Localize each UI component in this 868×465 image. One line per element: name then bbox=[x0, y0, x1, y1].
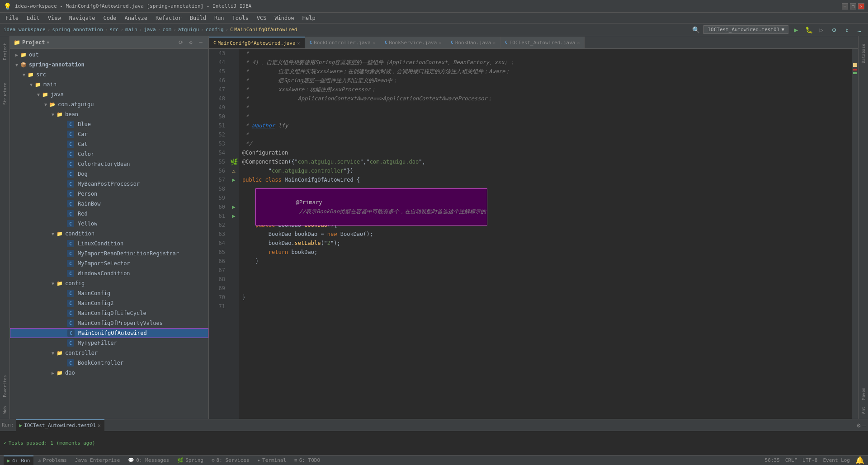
tree-item-person[interactable]: C Person bbox=[10, 189, 208, 199]
breadcrumb-workspace[interactable]: idea-workspace bbox=[4, 27, 46, 33]
coverage-btn[interactable]: ▷ bbox=[816, 25, 826, 35]
settings-btn[interactable]: ⚙ bbox=[829, 25, 839, 35]
bottom-tab-java-enterprise[interactable]: Java Enterprise bbox=[71, 456, 123, 465]
code-content[interactable]: * * 4）、自定义组件想要使用Spring容器底层的一些组件（Applicat… bbox=[239, 49, 852, 419]
tab-ioctest-autowired[interactable]: C IOCTest_Autowired.java ✕ bbox=[500, 37, 585, 48]
menu-window[interactable]: Window bbox=[271, 13, 297, 23]
tree-item-dao[interactable]: ▶ 📁 dao bbox=[10, 368, 208, 378]
bottom-tab-problems[interactable]: ⚠ Problems bbox=[34, 456, 71, 465]
bottom-tab-run[interactable]: ▶ 4: Run bbox=[4, 456, 33, 465]
structure-panel-toggle[interactable]: Structure bbox=[0, 80, 9, 108]
gutter-run-icon[interactable]: ▶ bbox=[232, 175, 235, 184]
event-log-btn[interactable]: Event Log bbox=[823, 457, 850, 463]
tree-item-spring-annotation[interactable]: ▼ 📦 spring-annotation bbox=[10, 60, 208, 70]
tree-item-car[interactable]: C Car bbox=[10, 129, 208, 139]
tree-item-myimportbeandefinition[interactable]: C MyImportBeanDefinitionRegistrar bbox=[10, 249, 208, 258]
tab-close-bookservice[interactable]: ✕ bbox=[439, 40, 441, 45]
maven-panel-toggle[interactable]: Maven bbox=[859, 385, 868, 403]
menu-vcs[interactable]: VCS bbox=[253, 13, 270, 23]
tree-item-mytypefilter[interactable]: C MyTypeFilter bbox=[10, 338, 208, 348]
bottom-tab-terminal[interactable]: ▸ Terminal bbox=[254, 456, 290, 465]
tree-item-mainconfig2[interactable]: C MainConfig2 bbox=[10, 298, 208, 308]
search-everywhere-btn[interactable]: 🔍 bbox=[691, 25, 701, 35]
more-btn[interactable]: … bbox=[854, 25, 864, 35]
breadcrumb-main[interactable]: main bbox=[125, 27, 137, 33]
maximize-btn[interactable]: □ bbox=[850, 3, 856, 9]
tree-item-rainbow[interactable]: C RainBow bbox=[10, 199, 208, 209]
tab-mainconifgofautowired[interactable]: C MainConifgOfAutowired.java ✕ bbox=[209, 37, 305, 48]
tree-item-blue[interactable]: C Blue bbox=[10, 119, 208, 129]
menu-tools[interactable]: Tools bbox=[229, 13, 252, 23]
tree-item-dog[interactable]: C Dog bbox=[10, 169, 208, 179]
tree-item-color[interactable]: C Color bbox=[10, 149, 208, 159]
run-btn[interactable]: ▶ bbox=[791, 25, 801, 35]
breadcrumb-com[interactable]: com bbox=[162, 27, 171, 33]
menu-file[interactable]: File bbox=[2, 13, 22, 23]
tree-item-src[interactable]: ▼ 📁 src bbox=[10, 70, 208, 80]
git-btn[interactable]: ↕ bbox=[842, 25, 852, 35]
tree-item-config[interactable]: ▼ 📁 config bbox=[10, 278, 208, 288]
ant-panel-toggle[interactable]: Ant bbox=[859, 404, 868, 417]
tab-close-mainconfig[interactable]: ✕ bbox=[297, 41, 300, 46]
breadcrumb-current-file[interactable]: MainConifgOfAutowired bbox=[234, 27, 297, 33]
web-panel-toggle[interactable]: Web bbox=[0, 401, 9, 419]
tab-bookdao[interactable]: C BookDao.java ✕ bbox=[446, 37, 500, 48]
tree-item-mainconfig[interactable]: C MainConfig bbox=[10, 288, 208, 298]
gutter-run-icon3[interactable]: ▶ bbox=[232, 211, 235, 221]
database-panel-toggle[interactable]: Database bbox=[859, 40, 868, 67]
tree-item-condition[interactable]: ▼ 📁 condition bbox=[10, 229, 208, 239]
gutter-bean-icon[interactable]: 🌿 bbox=[230, 157, 238, 166]
breadcrumb-config[interactable]: config bbox=[206, 27, 224, 33]
bottom-tab-services[interactable]: ⚙ 8: Services bbox=[208, 456, 253, 465]
run-minimize-btn[interactable]: — bbox=[863, 422, 866, 429]
menu-help[interactable]: Help bbox=[299, 13, 319, 23]
tree-item-bean[interactable]: ▼ 📁 bean bbox=[10, 109, 208, 119]
breadcrumb-java[interactable]: java bbox=[144, 27, 156, 33]
tree-item-mainconfigoflifecycle[interactable]: C MainConfigOfLifeCycle bbox=[10, 308, 208, 318]
bottom-tab-spring[interactable]: 🌿 Spring bbox=[174, 456, 207, 465]
tree-item-mainconfigofpropertyvalues[interactable]: C MainConfigOfPropertyValues bbox=[10, 318, 208, 328]
tree-item-linuxcondition[interactable]: C LinuxCondition bbox=[10, 239, 208, 249]
tree-item-out[interactable]: ▶ 📁 out bbox=[10, 50, 208, 60]
tree-item-bookcontroller[interactable]: C BookController bbox=[10, 358, 208, 368]
tab-close-ioctest[interactable]: ✕ bbox=[577, 40, 580, 45]
run-tab-active[interactable]: ▶ IOCTest_Autowired.test01 ✕ bbox=[16, 419, 104, 431]
bottom-tab-messages[interactable]: 💬 0: Messages bbox=[124, 456, 173, 465]
close-btn[interactable]: ✕ bbox=[858, 3, 864, 9]
run-settings-btn[interactable]: ⚙ bbox=[857, 422, 860, 429]
tab-bookservice[interactable]: C BookService.java ✕ bbox=[380, 37, 446, 48]
menu-view[interactable]: View bbox=[44, 13, 65, 23]
project-panel-toggle[interactable]: Project bbox=[0, 38, 9, 65]
menu-run[interactable]: Run bbox=[211, 13, 228, 23]
breadcrumb-module[interactable]: spring-annotation bbox=[52, 27, 103, 33]
minimize-btn[interactable]: ─ bbox=[842, 3, 848, 9]
hide-panel-btn[interactable]: ─ bbox=[197, 38, 205, 47]
menu-navigate[interactable]: Navigate bbox=[66, 13, 99, 23]
menu-build[interactable]: Build bbox=[186, 13, 210, 23]
breadcrumb-src[interactable]: src bbox=[110, 27, 119, 33]
tab-close-bookdao[interactable]: ✕ bbox=[493, 40, 495, 45]
bottom-tab-todo[interactable]: ≡ 6: TODO bbox=[291, 456, 324, 465]
settings-icon[interactable]: ⚙ bbox=[187, 38, 195, 47]
breadcrumb-atguigu[interactable]: atguigu bbox=[178, 27, 199, 33]
tree-item-colorfactorybean[interactable]: C ColorFactoryBean bbox=[10, 159, 208, 169]
favorites-panel-toggle[interactable]: Favorites bbox=[0, 373, 9, 400]
tree-item-main[interactable]: ▼ 📁 main bbox=[10, 80, 208, 89]
menu-code[interactable]: Code bbox=[100, 13, 120, 23]
tree-item-cat[interactable]: C Cat bbox=[10, 139, 208, 149]
tab-bookcontroller[interactable]: C BookController.java ✕ bbox=[305, 37, 380, 48]
tree-item-java[interactable]: ▼ 📁 java bbox=[10, 89, 208, 99]
tree-item-mybeanpostprocessor[interactable]: C MyBeanPostProcessor bbox=[10, 179, 208, 189]
tree-item-com-atguigu[interactable]: ▼ 📂 com.atguigu bbox=[10, 99, 208, 109]
tree-item-controller[interactable]: ▼ 📁 controller bbox=[10, 348, 208, 358]
tree-item-windowscondition[interactable]: C WindowsCondition bbox=[10, 268, 208, 278]
tree-item-red[interactable]: C Red bbox=[10, 209, 208, 219]
tree-item-yellow[interactable]: C Yellow bbox=[10, 219, 208, 229]
run-config-selector[interactable]: IOCTest_Autowired.test01 ▼ bbox=[703, 25, 788, 34]
gutter-run-icon2[interactable]: ▶ bbox=[232, 202, 235, 211]
menu-refactor[interactable]: Refactor bbox=[152, 13, 185, 23]
debug-btn[interactable]: 🐛 bbox=[804, 25, 814, 35]
menu-edit[interactable]: Edit bbox=[23, 13, 43, 23]
tree-item-mainconifgofautowired[interactable]: C MainConifgOfAutowired bbox=[10, 328, 208, 338]
tree-item-myimportselector[interactable]: C MyImportSelector bbox=[10, 258, 208, 268]
